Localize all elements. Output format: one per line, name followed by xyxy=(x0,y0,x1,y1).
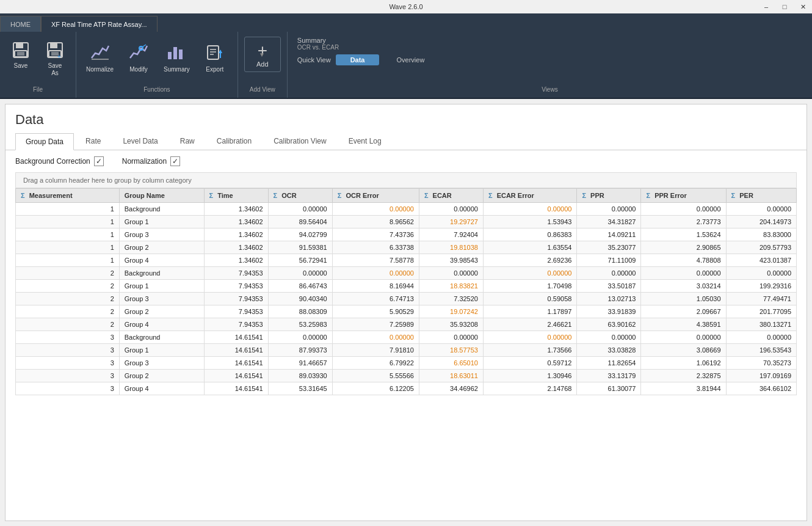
table-row: 3Group 114.6154187.993737.9181018.577531… xyxy=(16,344,797,357)
tab-calibration-view[interactable]: Calibration View xyxy=(263,133,337,150)
table-row: 1Group 11.3460289.564048.9656219.297271.… xyxy=(16,216,797,228)
views-top-row: Summary OCR vs. ECAR xyxy=(297,37,802,51)
table-row: 1Group 21.3460291.593816.3373819.810381.… xyxy=(16,241,797,254)
table-row: 2Group 37.9435390.403406.747137.325200.5… xyxy=(16,293,797,305)
col-header-measurement[interactable]: Σ Measurement xyxy=(16,189,120,203)
ribbon-addview-items: + ▼ Add xyxy=(244,37,281,86)
table-row: 3Group 314.6154191.466576.799226.650100.… xyxy=(16,357,797,370)
modify-icon xyxy=(126,39,151,65)
normalization-label: Normalization xyxy=(122,157,167,166)
normalize-label: Normalize xyxy=(86,66,114,73)
app-tab-bar: HOME XF Real Time ATP Rate Assay... xyxy=(0,13,812,32)
save-label: Save xyxy=(14,62,28,70)
normalize-button[interactable]: Normalize xyxy=(82,37,117,76)
background-correction-label: Background Correction xyxy=(15,157,90,166)
table-row: 1Background1.346020.000000.000000.000000… xyxy=(16,203,797,216)
background-correction-option[interactable]: Background Correction ✓ xyxy=(15,156,104,166)
tab-raw[interactable]: Raw xyxy=(170,133,205,150)
add-label: Add xyxy=(256,60,269,68)
col-header-ecar[interactable]: Σ ECAR xyxy=(419,189,483,203)
table-row: 3Background14.615410.000000.000000.00000… xyxy=(16,331,797,344)
save-as-icon: + xyxy=(44,39,66,61)
modify-button[interactable]: Modify xyxy=(122,37,155,76)
summary-view-item[interactable]: Summary OCR vs. ECAR xyxy=(297,37,339,51)
app-title: Wave 2.6.0 xyxy=(389,3,422,10)
maximize-button[interactable]: □ xyxy=(775,0,794,13)
ribbon-group-functions: Normalize Modify xyxy=(76,32,238,98)
col-header-group-name[interactable]: Group Name xyxy=(119,189,204,203)
background-correction-checkbox[interactable]: ✓ xyxy=(94,156,104,166)
table-area[interactable]: Drag a column header here to group by co… xyxy=(5,172,807,503)
add-icon: + ▼ xyxy=(258,41,267,60)
svg-rect-15 xyxy=(208,46,219,59)
ribbon-group-file: Save + Save As File xyxy=(0,32,76,98)
table-row: 2Group 17.9435386.467438.1694418.838211.… xyxy=(16,280,797,293)
table-row: 2Group 27.9435388.083095.9052919.072421.… xyxy=(16,305,797,318)
svg-rect-3 xyxy=(17,52,24,56)
svg-rect-14 xyxy=(179,49,183,59)
tab-level-data[interactable]: Level Data xyxy=(112,133,168,150)
horizontal-scroll-area[interactable]: Σ Measurement Group Name Σ Time Σ OCR xyxy=(15,188,797,395)
add-button[interactable]: + ▼ Add xyxy=(244,37,281,72)
col-header-time[interactable]: Σ Time xyxy=(204,189,268,203)
ribbon-file-items: Save + Save As xyxy=(6,37,70,86)
save-icon xyxy=(10,39,32,61)
file-group-label: File xyxy=(33,86,43,95)
overview-label: Overview xyxy=(396,56,424,64)
ribbon-group-addview: + ▼ Add Add View xyxy=(238,32,288,98)
table-row: 1Group 31.3460294.027997.437367.924040.8… xyxy=(16,228,797,241)
ribbon: Save + Save As File xyxy=(0,32,812,99)
table-row: 2Background7.943530.000000.000000.000000… xyxy=(16,267,797,280)
summary-icon xyxy=(164,39,189,65)
table-row: 3Group 414.6154153.316456.1220534.469622… xyxy=(16,382,797,395)
main-content: Data Group Data Rate Level Data Raw Cali… xyxy=(5,104,807,521)
tab-calibration[interactable]: Calibration xyxy=(206,133,262,150)
col-header-ppr[interactable]: Σ PPR xyxy=(577,189,641,203)
options-row: Background Correction ✓ Normalization ✓ xyxy=(5,150,807,172)
col-header-ocr[interactable]: Σ OCR xyxy=(268,189,332,203)
export-label: Export xyxy=(206,66,223,73)
export-icon xyxy=(202,39,228,65)
close-button[interactable]: ✕ xyxy=(794,0,812,13)
col-header-per[interactable]: Σ PER xyxy=(726,189,796,203)
svg-rect-13 xyxy=(173,47,177,59)
save-button[interactable]: Save xyxy=(6,37,35,72)
data-table: Σ Measurement Group Name Σ Time Σ OCR xyxy=(15,188,797,395)
functions-group-label: Functions xyxy=(143,86,170,95)
drag-hint: Drag a column header here to group by co… xyxy=(15,172,797,188)
tab-home[interactable]: HOME xyxy=(0,16,41,32)
normalization-option[interactable]: Normalization ✓ xyxy=(122,156,180,166)
summary-view-sublabel: OCR vs. ECAR xyxy=(297,44,339,51)
quick-view-label-text: Quick View xyxy=(297,56,331,64)
summary-button[interactable]: Summary xyxy=(160,37,194,76)
svg-text:+: + xyxy=(57,53,61,60)
quick-view-data-button[interactable]: Data xyxy=(336,54,380,65)
normalization-checkbox[interactable]: ✓ xyxy=(170,156,180,166)
tab-event-log[interactable]: Event Log xyxy=(338,133,392,150)
table-row: 2Group 47.9435353.259837.2598935.932082.… xyxy=(16,318,797,331)
table-row: 3Group 214.6154189.039305.5556618.630111… xyxy=(16,370,797,382)
views-group-label: Views xyxy=(297,86,802,95)
tab-group-data[interactable]: Group Data xyxy=(15,133,74,150)
window-controls: – □ ✕ xyxy=(757,0,812,13)
svg-rect-1 xyxy=(16,43,23,48)
modify-label: Modify xyxy=(129,66,147,73)
minimize-button[interactable]: – xyxy=(757,0,775,13)
svg-rect-12 xyxy=(168,52,172,59)
title-bar: Wave 2.6.0 – □ ✕ xyxy=(0,0,812,13)
svg-line-11 xyxy=(142,45,146,47)
export-button[interactable]: Export xyxy=(198,37,231,76)
views-quick-row: Quick View Data Overview xyxy=(297,54,802,65)
table-header-row: Σ Measurement Group Name Σ Time Σ OCR xyxy=(16,189,797,203)
col-header-ppr-error[interactable]: Σ PPR Error xyxy=(641,189,726,203)
tab-xf-real-time[interactable]: XF Real Time ATP Rate Assay... xyxy=(41,16,158,32)
summary-view-label: Summary xyxy=(297,37,339,44)
col-header-ocr-error[interactable]: Σ OCR Error xyxy=(332,189,419,203)
tab-rate[interactable]: Rate xyxy=(75,133,111,150)
save-as-button[interactable]: + Save As xyxy=(40,37,70,79)
col-header-ecar-error[interactable]: Σ ECAR Error xyxy=(483,189,576,203)
data-tab-bar: Group Data Rate Level Data Raw Calibrati… xyxy=(5,133,807,150)
table-row: 1Group 41.3460256.729417.5877839.985432.… xyxy=(16,254,797,267)
normalize-icon xyxy=(87,39,113,65)
save-as-label: Save As xyxy=(48,62,62,77)
